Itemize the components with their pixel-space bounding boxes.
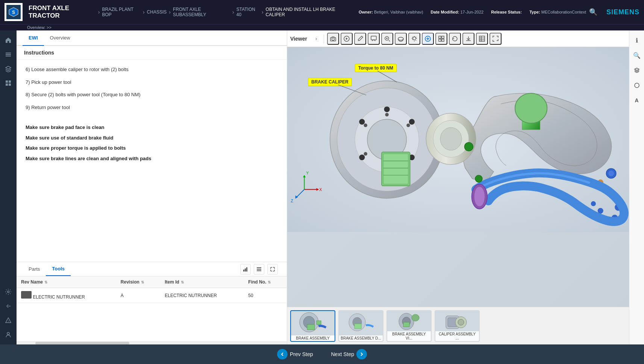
logo-box: S xyxy=(5,3,23,21)
svg-text:Y: Y xyxy=(306,171,309,175)
nav-icon-alert[interactable]: ! xyxy=(2,314,15,327)
tool-annotate[interactable] xyxy=(368,33,380,45)
tool-expand-sections[interactable] xyxy=(435,33,447,45)
tab-ewi[interactable]: EWI xyxy=(23,30,44,46)
viewer-3d[interactable]: Y X Z BRAKE CALIPER Torque to 80 NM xyxy=(287,47,629,307)
svg-rect-6 xyxy=(9,80,11,83)
search-icon[interactable]: 🔍 xyxy=(589,8,597,16)
svg-point-18 xyxy=(332,38,334,40)
svg-point-40 xyxy=(359,119,365,124)
breadcrumb-brazil[interactable]: BRAZIL PLANT BOP xyxy=(102,7,140,17)
svg-rect-86 xyxy=(307,325,315,330)
parts-tab-bar: Parts Tools xyxy=(17,262,287,276)
svg-point-99 xyxy=(635,83,639,88)
breadcrumb-station[interactable]: STATION 40 xyxy=(236,7,259,17)
svg-rect-15 xyxy=(257,267,261,268)
parts-table: Rev Name⇅ Revision⇅ Item Id⇅ Find No.⇅ xyxy=(17,276,287,341)
tool-zoom[interactable] xyxy=(381,33,393,45)
svg-point-61 xyxy=(591,201,596,206)
tool-light[interactable] xyxy=(408,33,420,45)
svg-rect-17 xyxy=(257,270,261,271)
svg-rect-7 xyxy=(6,83,8,86)
col-rev-name[interactable]: Rev Name⇅ xyxy=(17,276,116,288)
tool-pencil[interactable] xyxy=(354,33,366,45)
sidebar-right-search[interactable]: 🔍 xyxy=(630,49,644,62)
parts-list-btn[interactable] xyxy=(254,264,264,275)
type-meta: Type: MECollaborationContext xyxy=(529,10,586,14)
thumbnails-row: BRAKE ASSEMBLY BRAKE ASSEMBLY D... xyxy=(287,307,629,344)
parts-expand-btn[interactable] xyxy=(267,264,278,275)
scrollbar-thumb[interactable] xyxy=(35,342,129,344)
note-4: Make sure brake lines are clean and alig… xyxy=(26,155,278,162)
tool-rotate-left[interactable] xyxy=(449,33,461,45)
date-meta: Date Modified: 17-Jun-2022 xyxy=(431,10,484,14)
nav-icon-home[interactable] xyxy=(2,33,15,47)
tool-play[interactable] xyxy=(341,33,353,45)
thumbnail-1[interactable]: BRAKE ASSEMBLY xyxy=(290,310,335,342)
tool-table[interactable] xyxy=(476,33,488,45)
thumbnail-img-4 xyxy=(435,311,479,334)
col-item-id[interactable]: Item Id⇅ xyxy=(160,276,244,288)
parts-chart-btn[interactable] xyxy=(240,264,251,275)
table-row[interactable]: ELECTRIC NUTRUNNER A ELECTRIC NUTRUNNER … xyxy=(17,288,287,303)
viewer-nav-forward[interactable]: › xyxy=(312,34,321,43)
release-meta: Release Status: xyxy=(491,10,522,14)
tab-parts[interactable]: Parts xyxy=(23,262,46,276)
nav-icon-expand[interactable] xyxy=(2,299,15,313)
nav-icon-menu[interactable] xyxy=(2,48,15,61)
svg-point-9 xyxy=(8,291,9,293)
tab-overview[interactable]: Overview xyxy=(44,30,76,46)
note-3: Make sure proper torque is applied to bo… xyxy=(26,144,278,152)
thumbnail-img-1 xyxy=(291,311,335,334)
tab-tools[interactable]: Tools xyxy=(46,262,71,276)
tab-bar: EWI Overview xyxy=(17,30,287,46)
tool-fullscreen[interactable] xyxy=(489,33,502,45)
prev-step-button[interactable]: Prev Step xyxy=(271,346,319,362)
sidebar-right-info[interactable]: ℹ xyxy=(630,33,644,47)
sidebar-right-layers[interactable] xyxy=(630,64,644,77)
left-panel: EWI Overview Instructions 6) Loose assem… xyxy=(17,30,287,344)
top-header: S FRONT AXLE TRACTOR › BRAZIL PLANT BOP … xyxy=(0,0,644,24)
thumbnail-label-1: BRAKE ASSEMBLY xyxy=(291,335,335,341)
tool-3d-rotate[interactable] xyxy=(395,33,407,45)
breadcrumb: FRONT AXLE TRACTOR › BRAZIL PLANT BOP › … xyxy=(29,5,348,20)
col-find-no[interactable]: Find No.⇅ xyxy=(244,276,287,288)
sidebar-left: ! xyxy=(0,30,17,344)
breadcrumb-chassis[interactable]: CHASSIS xyxy=(147,9,167,15)
nav-icon-settings[interactable] xyxy=(2,285,15,299)
instructions-header: Instructions xyxy=(17,46,287,60)
cell-item-id: ELECTRIC NUTRUNNER xyxy=(160,288,244,303)
svg-rect-26 xyxy=(442,36,444,38)
next-step-label: Next Step xyxy=(331,351,354,357)
tool-highlight[interactable] xyxy=(422,33,434,45)
svg-rect-8 xyxy=(9,83,11,86)
svg-point-64 xyxy=(440,127,462,150)
svg-rect-90 xyxy=(355,324,361,329)
col-revision[interactable]: Revision⇅ xyxy=(116,276,160,288)
instruction-step-7: 7) Pick up power tool xyxy=(26,79,278,86)
nav-icon-grid[interactable] xyxy=(2,76,15,90)
thumbnail-img-3 xyxy=(387,311,431,334)
thumbnail-label-2: BRAKE ASSEMBLY D... xyxy=(339,335,383,341)
nav-icon-user[interactable] xyxy=(2,328,15,341)
tool-camera[interactable] xyxy=(327,33,339,45)
prev-step-icon xyxy=(277,349,288,359)
nav-icon-layers[interactable] xyxy=(2,62,15,76)
thumbnail-4[interactable]: CALIPER ASSEMBLY ... xyxy=(435,310,480,342)
svg-rect-20 xyxy=(371,36,376,40)
svg-point-72 xyxy=(475,175,482,182)
sidebar-right-shapes[interactable] xyxy=(630,79,644,92)
thumbnail-3[interactable]: BRAKE ASSEMBLY VI... xyxy=(386,310,432,342)
breadcrumb-subassembly[interactable]: FRONT AXLE SUBASSEMBLY xyxy=(173,7,230,17)
right-panel: Viewer › xyxy=(287,30,629,344)
tool-export[interactable] xyxy=(462,33,474,45)
thumbnail-2[interactable]: BRAKE ASSEMBLY D... xyxy=(338,310,383,342)
svg-rect-27 xyxy=(439,39,441,41)
next-step-button[interactable]: Next Step xyxy=(325,346,373,362)
sidebar-right-text[interactable]: A xyxy=(630,94,644,107)
overview-link[interactable]: Overview: >> xyxy=(27,25,52,30)
svg-point-35 xyxy=(384,106,390,112)
bottom-bar: Prev Step Next Step xyxy=(0,344,644,364)
main-layout: ! EWI Overview Instructions 6) Loose ass… xyxy=(0,30,644,344)
horizontal-scrollbar[interactable] xyxy=(17,341,287,344)
